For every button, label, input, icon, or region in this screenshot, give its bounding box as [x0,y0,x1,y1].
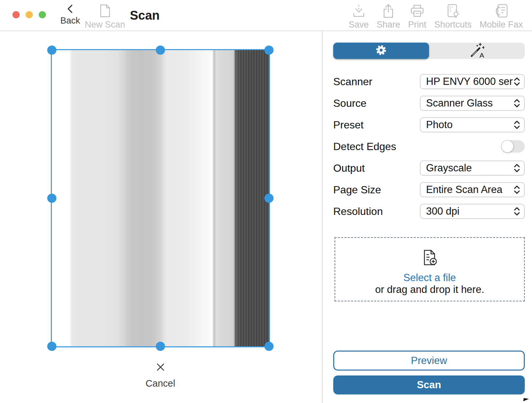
scanned-image-dark-stripe [235,50,269,346]
selection-handle-top-right[interactable] [264,46,274,55]
chevron-up-down-icon [513,206,521,217]
output-row: Output Grayscale [333,157,525,179]
new-scan-button[interactable]: New Scan [84,4,126,30]
magic-wand-icon: A [469,42,484,59]
resolution-row: Resolution 300 dpi [333,201,525,222]
drop-hint-text: or drag and drop it here. [375,284,484,296]
settings-panel: A Scanner HP ENVY 6000 seri... Source Sc… [323,31,532,403]
scanner-select[interactable]: HP ENVY 6000 seri... [420,74,525,89]
toggle-knob [501,141,513,152]
tab-enhancements[interactable]: A [429,43,525,59]
scan-window: Back New Scan Scan Save Share [0,0,532,403]
download-icon [352,3,366,18]
scanner-label: Scanner [333,76,372,88]
output-label: Output [333,162,365,174]
minimize-window-button[interactable] [26,11,33,18]
scan-preview-pane: Cancel [0,31,323,403]
page-size-select[interactable]: Entire Scan Area [420,182,525,197]
close-icon [156,363,165,373]
source-label: Source [333,97,366,109]
chevron-up-down-icon [513,98,521,108]
selection-handle-bottom-middle[interactable] [156,342,165,351]
save-button[interactable]: Save [347,3,370,30]
traffic-lights [12,11,46,18]
chevron-up-down-icon [513,76,521,87]
cancel-button[interactable]: Cancel [134,363,187,389]
printer-icon [410,3,425,18]
page-title: Scan [130,9,160,23]
chevron-up-down-icon [513,120,521,130]
file-drop-zone[interactable]: Select a file or drag and drop it here. [335,237,525,301]
page-size-row: Page Size Entire Scan Area [333,179,525,201]
scan-selection-area[interactable] [51,49,270,347]
share-button[interactable]: Share [375,3,401,30]
mobile-fax-button[interactable]: Mobile Fax [478,3,524,30]
source-row: Source Scanner Glass [333,92,525,114]
selection-handle-top-middle[interactable] [156,46,165,55]
preset-row: Preset Photo [333,114,525,136]
output-select[interactable]: Grayscale [420,161,525,176]
close-window-button[interactable] [12,11,20,18]
resolution-label: Resolution [333,205,383,218]
selection-handle-middle-left[interactable] [47,194,56,203]
chevron-left-icon [66,4,74,14]
scan-button[interactable]: Scan [333,375,525,394]
resolution-select[interactable]: 300 dpi [420,204,525,219]
file-plus-icon [422,249,438,267]
select-a-file-link[interactable]: Select a file [403,272,456,284]
gear-icon [375,44,387,58]
chevron-up-down-icon [513,184,521,195]
scanner-row: Scanner HP ENVY 6000 seri... [333,71,525,92]
back-label: Back [60,16,80,26]
selection-handle-top-left[interactable] [47,46,56,55]
share-icon [382,3,395,18]
titlebar: Back New Scan Scan Save Share [0,0,532,31]
new-scan-label: New Scan [85,20,125,30]
selection-handle-bottom-left[interactable] [47,342,56,351]
scanned-image [52,50,269,346]
preset-label: Preset [333,119,363,131]
svg-text:A: A [480,51,484,58]
shortcuts-icon [446,3,460,18]
chevron-up-down-icon [513,163,521,173]
preview-button[interactable]: Preview [333,351,525,371]
selection-handle-middle-right[interactable] [264,194,274,203]
detect-edges-label: Detect Edges [333,141,396,153]
back-button[interactable]: Back [55,4,85,26]
zoom-window-button[interactable] [39,11,46,18]
toolbar: Save Share Print Shortcuts [347,3,524,30]
mobile-fax-icon [494,3,508,18]
preset-select[interactable]: Photo [420,117,525,132]
source-select[interactable]: Scanner Glass [420,96,525,111]
detect-edges-row: Detect Edges [333,136,525,157]
settings-tabs: A [333,43,525,59]
page-size-label: Page Size [333,184,381,196]
selection-handle-bottom-right[interactable] [264,342,274,351]
shortcuts-button[interactable]: Shortcuts [433,3,473,30]
tab-settings[interactable] [333,43,429,59]
detect-edges-toggle[interactable] [501,140,525,153]
print-button[interactable]: Print [407,3,428,30]
document-icon [99,4,111,18]
mouse-cursor [523,398,529,402]
settings-form: Scanner HP ENVY 6000 seri... Source Scan… [333,71,525,222]
cancel-label: Cancel [146,378,175,389]
